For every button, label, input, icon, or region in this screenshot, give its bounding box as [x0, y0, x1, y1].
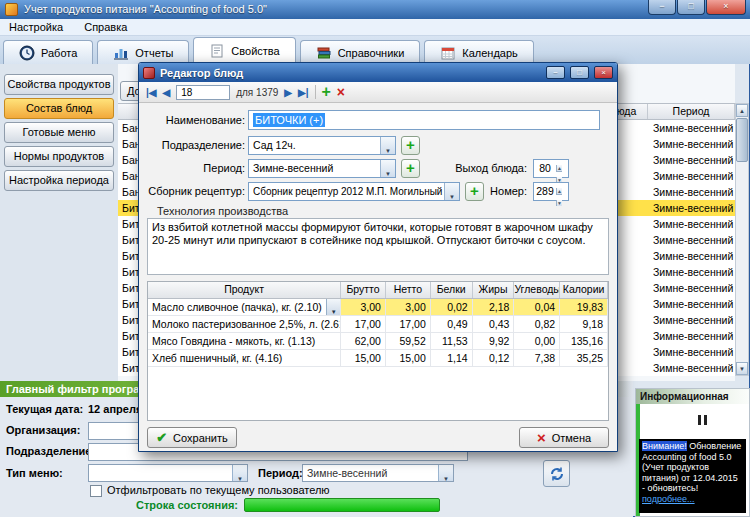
- period-select[interactable]: Зимне-весенний: [248, 159, 396, 178]
- menu-help[interactable]: Справка: [75, 19, 136, 35]
- sidebar-item-product-norms[interactable]: Нормы продуктов: [4, 146, 114, 167]
- brutto-cell[interactable]: 62,00: [341, 333, 386, 349]
- scroll-down-icon[interactable]: [736, 362, 748, 375]
- column-header[interactable]: Калории: [560, 282, 608, 298]
- previous-record-icon[interactable]: [163, 87, 171, 98]
- scroll-up-icon[interactable]: [736, 104, 748, 117]
- recipe-book-select[interactable]: Сборник рецептур 2012 М.П. Могильный,В.А…: [248, 182, 460, 201]
- chevron-down-icon[interactable]: [380, 160, 395, 177]
- brutto-cell[interactable]: 17,00: [341, 316, 386, 332]
- column-header[interactable]: Белки: [431, 282, 473, 298]
- add-record-icon[interactable]: [322, 85, 331, 99]
- close-button[interactable]: [706, 0, 746, 15]
- ingredient-row[interactable]: Масло сливочное (пачка), кг. (2.10) 3,00…: [148, 299, 608, 316]
- product-cell[interactable]: Мясо Говядина - мякоть, кг. (1.13): [148, 333, 341, 349]
- column-header[interactable]: Жиры: [473, 282, 515, 298]
- column-header[interactable]: Брутто: [341, 282, 386, 298]
- refresh-icon: [549, 466, 565, 482]
- fat-cell: 9,92: [473, 333, 515, 349]
- sidebar-item-period-settings[interactable]: Настройка периода: [4, 170, 114, 191]
- period-column-header[interactable]: Период: [648, 104, 735, 119]
- sidebar-item-product-properties[interactable]: Свойства продуктов: [4, 74, 114, 95]
- add-period-button[interactable]: [401, 159, 420, 178]
- check-icon: [156, 430, 167, 445]
- last-record-icon[interactable]: [298, 87, 309, 98]
- tab-references[interactable]: Справочники: [300, 40, 421, 64]
- ingredient-row[interactable]: Молоко пастеризованное 2,5%, л. (2.61) 1…: [148, 316, 608, 333]
- maximize-button[interactable]: [677, 0, 705, 15]
- delete-record-icon[interactable]: [337, 85, 345, 99]
- spin-up-icon[interactable]: [556, 188, 562, 195]
- output-label: Выход блюда:: [435, 162, 527, 174]
- add-department-button[interactable]: [401, 136, 420, 155]
- protein-cell: 11,53: [431, 333, 473, 349]
- calendar-icon: [440, 45, 456, 61]
- save-button[interactable]: Сохранить: [147, 427, 237, 448]
- dialog-maximize-button[interactable]: [570, 66, 589, 79]
- filter-by-user-checkbox[interactable]: [90, 485, 102, 497]
- first-record-icon[interactable]: [146, 87, 157, 98]
- tab-reports[interactable]: Отчеты: [97, 40, 189, 64]
- chevron-down-icon[interactable]: [232, 465, 247, 481]
- technology-textarea[interactable]: Из взбитой котлетной массы формируют бит…: [147, 218, 609, 275]
- department-select[interactable]: Сад 12ч.: [248, 136, 396, 155]
- product-cell[interactable]: Хлеб пшеничный, кг. (4.16): [148, 350, 341, 366]
- calories-cell: 19,83: [560, 299, 608, 315]
- column-header[interactable]: Углеводы: [514, 282, 560, 298]
- next-record-icon[interactable]: [284, 87, 292, 98]
- sidebar-item-ready-menus[interactable]: Готовые меню: [4, 122, 114, 143]
- brutto-cell[interactable]: 3,00: [341, 299, 386, 315]
- sidebar-item-dish-composition[interactable]: Состав блюд: [4, 98, 114, 119]
- ingredient-row[interactable]: Мясо Говядина - мякоть, кг. (1.13) 62,00…: [148, 333, 608, 350]
- dish-period-cell: Зимне-весенний: [648, 280, 735, 296]
- info-panel: Информационная Внимание! Обновление Acco…: [635, 388, 750, 517]
- tab-work[interactable]: Работа: [3, 40, 93, 64]
- chevron-down-icon[interactable]: [326, 299, 340, 315]
- scrollbar-thumb[interactable]: [736, 118, 748, 162]
- column-header[interactable]: Нетто: [386, 282, 431, 298]
- pause-icon[interactable]: [698, 415, 708, 425]
- clock-icon: [19, 45, 35, 61]
- spin-up-icon[interactable]: [556, 165, 562, 172]
- period-label: Период:: [145, 162, 245, 174]
- details-link[interactable]: подробнее...: [642, 494, 695, 504]
- tab-label: Работа: [41, 47, 77, 59]
- technology-label: Технология производства: [157, 205, 288, 217]
- ingredient-row[interactable]: Хлеб пшеничный, кг. (4.16) 15,00 15,00 1…: [148, 350, 608, 367]
- dialog-minimize-button[interactable]: [546, 66, 565, 79]
- brutto-cell[interactable]: 15,00: [341, 350, 386, 366]
- dialog-title: Редактор блюд: [160, 67, 541, 79]
- recipe-number-stepper[interactable]: 289: [533, 182, 569, 201]
- product-cell[interactable]: Масло сливочное (пачка), кг. (2.10): [148, 299, 341, 315]
- sidebar: Свойства продуктов Состав блюд Готовые м…: [0, 64, 118, 381]
- dish-name-input[interactable]: БИТОЧКИ (+): [248, 110, 600, 130]
- menu-settings[interactable]: Настройка: [0, 19, 72, 35]
- filter-period-select[interactable]: Зимне-весенний: [302, 464, 454, 482]
- menu-type-select[interactable]: [88, 464, 248, 482]
- spin-down-icon[interactable]: [556, 200, 562, 206]
- info-notification: Внимание! Обновление Accounting of food …: [639, 439, 746, 513]
- selected-text: БИТОЧКИ (+): [253, 113, 325, 127]
- dish-period-cell: Зимне-весенний: [648, 296, 735, 312]
- column-header[interactable]: Продукт: [148, 282, 341, 298]
- calories-cell: 35,25: [560, 350, 608, 366]
- window-controls: [648, 0, 746, 15]
- department-label: Подразделение:: [6, 445, 95, 457]
- record-number-input[interactable]: 18: [176, 85, 230, 100]
- tab-calendar[interactable]: Календарь: [424, 40, 534, 64]
- output-stepper[interactable]: 80: [533, 159, 569, 178]
- minimize-button[interactable]: [648, 0, 676, 15]
- vertical-scrollbar[interactable]: [735, 103, 749, 376]
- carbs-cell: 7,38: [514, 350, 560, 366]
- cancel-button[interactable]: Отмена: [519, 427, 609, 448]
- dish-period-cell: Зимне-весенний: [648, 312, 735, 328]
- product-cell[interactable]: Молоко пастеризованное 2,5%, л. (2.61): [148, 316, 341, 332]
- dialog-close-button[interactable]: [594, 66, 613, 79]
- record-count-label: для 1379: [236, 87, 278, 98]
- dialog-titlebar: Редактор блюд: [139, 63, 617, 82]
- tab-properties[interactable]: Свойства: [193, 37, 295, 64]
- refresh-button[interactable]: [543, 460, 570, 487]
- chevron-down-icon[interactable]: [380, 137, 395, 154]
- chevron-down-icon[interactable]: [438, 465, 453, 481]
- netto-cell: 17,00: [386, 316, 431, 332]
